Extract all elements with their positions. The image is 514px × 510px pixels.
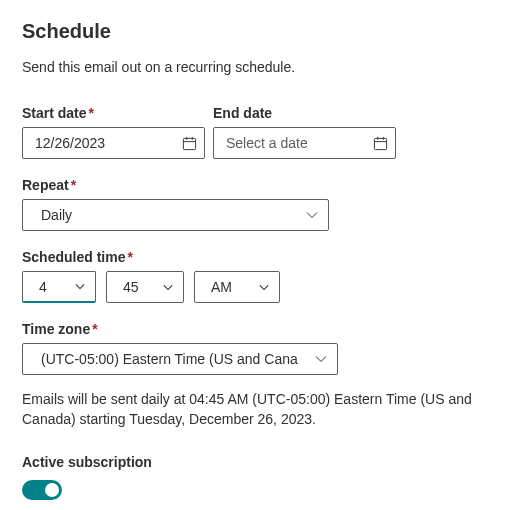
ampm-select[interactable]: AM bbox=[194, 271, 280, 303]
timezone-label: Time zone* bbox=[22, 321, 492, 337]
start-date-label: Start date* bbox=[22, 105, 205, 121]
start-date-input[interactable] bbox=[22, 127, 205, 159]
hour-select[interactable]: 4 bbox=[22, 271, 96, 303]
scheduled-time-label: Scheduled time* bbox=[22, 249, 492, 265]
ampm-value: AM bbox=[211, 279, 232, 295]
timezone-select[interactable]: (UTC-05:00) Eastern Time (US and Cana bbox=[22, 343, 338, 375]
hour-value: 4 bbox=[39, 279, 47, 295]
schedule-summary: Emails will be sent daily at 04:45 AM (U… bbox=[22, 389, 492, 430]
active-subscription-label: Active subscription bbox=[22, 454, 492, 470]
repeat-value: Daily bbox=[41, 207, 72, 223]
timezone-value: (UTC-05:00) Eastern Time (US and Cana bbox=[41, 351, 298, 367]
end-date-input[interactable] bbox=[213, 127, 396, 159]
chevron-down-icon bbox=[163, 284, 173, 291]
chevron-down-icon bbox=[315, 355, 327, 363]
active-subscription-toggle[interactable] bbox=[22, 480, 62, 500]
repeat-select[interactable]: Daily bbox=[22, 199, 329, 231]
schedule-description: Send this email out on a recurring sched… bbox=[22, 59, 492, 75]
chevron-down-icon bbox=[259, 284, 269, 291]
toggle-knob bbox=[45, 483, 59, 497]
end-date-label: End date bbox=[213, 105, 396, 121]
minute-value: 45 bbox=[123, 279, 139, 295]
chevron-down-icon bbox=[306, 211, 318, 219]
page-title: Schedule bbox=[22, 20, 492, 43]
repeat-label: Repeat* bbox=[22, 177, 492, 193]
minute-select[interactable]: 45 bbox=[106, 271, 184, 303]
chevron-down-icon bbox=[75, 283, 85, 290]
